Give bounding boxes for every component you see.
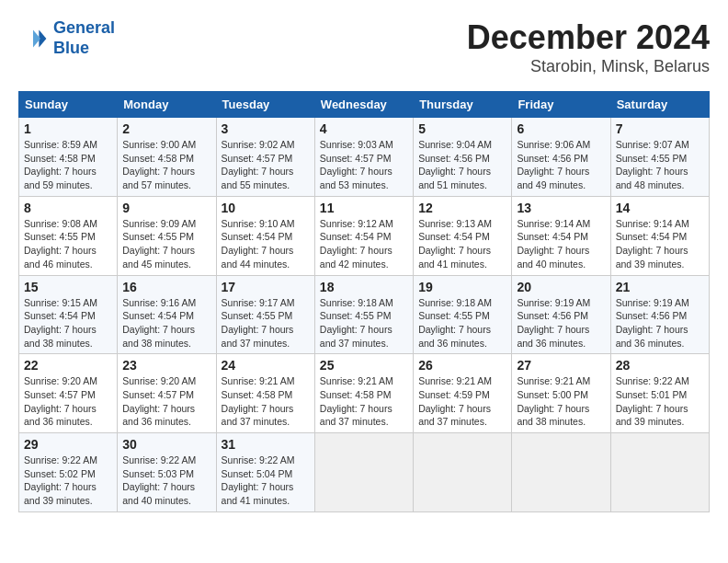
calendar-day-5: 5Sunrise: 9:04 AMSunset: 4:56 PMDaylight…	[414, 118, 512, 197]
title-block: December 2024 Starobin, Minsk, Belarus	[467, 18, 710, 76]
calendar-day-20: 20Sunrise: 9:19 AMSunset: 4:56 PMDayligh…	[512, 275, 610, 354]
calendar-day-15: 15Sunrise: 9:15 AMSunset: 4:54 PMDayligh…	[19, 275, 118, 354]
page-header: General Blue December 2024 Starobin, Min…	[18, 18, 710, 76]
calendar-day-1: 1Sunrise: 8:59 AMSunset: 4:58 PMDaylight…	[19, 118, 118, 197]
calendar-day-3: 3Sunrise: 9:02 AMSunset: 4:57 PMDaylight…	[216, 118, 314, 197]
calendar-day-6: 6Sunrise: 9:06 AMSunset: 4:56 PMDaylight…	[512, 118, 610, 197]
calendar-day-11: 11Sunrise: 9:12 AMSunset: 4:54 PMDayligh…	[314, 196, 413, 275]
calendar-day-19: 19Sunrise: 9:18 AMSunset: 4:55 PMDayligh…	[414, 275, 512, 354]
calendar-day-10: 10Sunrise: 9:10 AMSunset: 4:54 PMDayligh…	[216, 196, 314, 275]
col-header-sunday: Sunday	[19, 92, 118, 118]
calendar-day-empty	[314, 433, 413, 512]
calendar-day-16: 16Sunrise: 9:16 AMSunset: 4:54 PMDayligh…	[118, 275, 216, 354]
logo-text: General Blue	[53, 18, 115, 58]
col-header-thursday: Thursday	[414, 92, 512, 118]
calendar-day-24: 24Sunrise: 9:21 AMSunset: 4:58 PMDayligh…	[216, 354, 314, 433]
logo-line2: Blue	[53, 39, 89, 57]
page-title: December 2024	[467, 18, 710, 57]
logo-icon	[18, 24, 48, 53]
calendar-day-28: 28Sunrise: 9:22 AMSunset: 5:01 PMDayligh…	[610, 354, 709, 433]
col-header-friday: Friday	[512, 92, 610, 118]
calendar-day-29: 29Sunrise: 9:22 AMSunset: 5:02 PMDayligh…	[19, 433, 118, 512]
logo-line1: General	[53, 18, 115, 37]
calendar-day-8: 8Sunrise: 9:08 AMSunset: 4:55 PMDaylight…	[19, 196, 118, 275]
calendar-table: SundayMondayTuesdayWednesdayThursdayFrid…	[18, 91, 710, 512]
calendar-day-25: 25Sunrise: 9:21 AMSunset: 4:58 PMDayligh…	[314, 354, 413, 433]
calendar-day-30: 30Sunrise: 9:22 AMSunset: 5:03 PMDayligh…	[118, 433, 216, 512]
calendar-day-14: 14Sunrise: 9:14 AMSunset: 4:54 PMDayligh…	[610, 196, 709, 275]
calendar-day-22: 22Sunrise: 9:20 AMSunset: 4:57 PMDayligh…	[19, 354, 118, 433]
calendar-header-row: SundayMondayTuesdayWednesdayThursdayFrid…	[19, 92, 710, 118]
calendar-day-13: 13Sunrise: 9:14 AMSunset: 4:54 PMDayligh…	[512, 196, 610, 275]
calendar-day-17: 17Sunrise: 9:17 AMSunset: 4:55 PMDayligh…	[216, 275, 314, 354]
calendar-day-31: 31Sunrise: 9:22 AMSunset: 5:04 PMDayligh…	[216, 433, 314, 512]
calendar-day-12: 12Sunrise: 9:13 AMSunset: 4:54 PMDayligh…	[414, 196, 512, 275]
calendar-day-26: 26Sunrise: 9:21 AMSunset: 4:59 PMDayligh…	[414, 354, 512, 433]
calendar-week-3: 15Sunrise: 9:15 AMSunset: 4:54 PMDayligh…	[19, 275, 710, 354]
calendar-week-4: 22Sunrise: 9:20 AMSunset: 4:57 PMDayligh…	[19, 354, 710, 433]
calendar-day-9: 9Sunrise: 9:09 AMSunset: 4:55 PMDaylight…	[118, 196, 216, 275]
calendar-day-27: 27Sunrise: 9:21 AMSunset: 5:00 PMDayligh…	[512, 354, 610, 433]
calendar-day-23: 23Sunrise: 9:20 AMSunset: 4:57 PMDayligh…	[118, 354, 216, 433]
calendar-week-2: 8Sunrise: 9:08 AMSunset: 4:55 PMDaylight…	[19, 196, 710, 275]
calendar-day-18: 18Sunrise: 9:18 AMSunset: 4:55 PMDayligh…	[314, 275, 413, 354]
calendar-week-1: 1Sunrise: 8:59 AMSunset: 4:58 PMDaylight…	[19, 118, 710, 197]
col-header-monday: Monday	[118, 92, 216, 118]
calendar-day-7: 7Sunrise: 9:07 AMSunset: 4:55 PMDaylight…	[610, 118, 709, 197]
calendar-day-empty	[610, 433, 709, 512]
calendar-day-4: 4Sunrise: 9:03 AMSunset: 4:57 PMDaylight…	[314, 118, 413, 197]
col-header-wednesday: Wednesday	[314, 92, 413, 118]
calendar-day-empty	[512, 433, 610, 512]
col-header-saturday: Saturday	[610, 92, 709, 118]
calendar-week-5: 29Sunrise: 9:22 AMSunset: 5:02 PMDayligh…	[19, 433, 710, 512]
col-header-tuesday: Tuesday	[216, 92, 314, 118]
logo: General Blue	[18, 18, 115, 58]
page-subtitle: Starobin, Minsk, Belarus	[467, 57, 710, 76]
calendar-day-empty	[414, 433, 512, 512]
calendar-day-21: 21Sunrise: 9:19 AMSunset: 4:56 PMDayligh…	[610, 275, 709, 354]
calendar-day-2: 2Sunrise: 9:00 AMSunset: 4:58 PMDaylight…	[118, 118, 216, 197]
